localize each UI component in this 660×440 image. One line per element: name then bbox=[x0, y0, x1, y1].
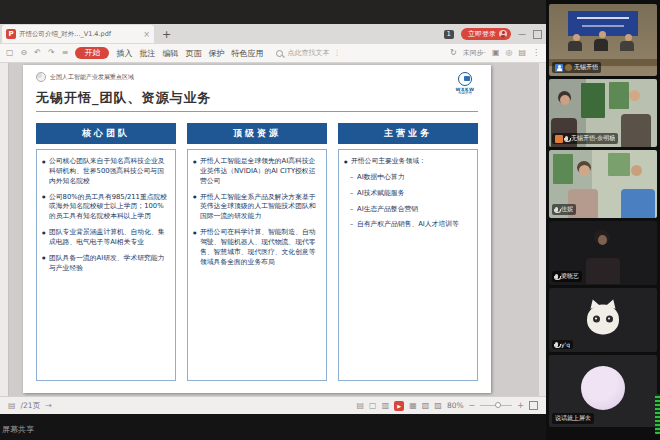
document-tab[interactable]: P 开悟公司介绍_对外..._V1.4.pdf × bbox=[2, 25, 154, 43]
login-button-label: 立即登录 bbox=[468, 31, 496, 38]
participant-icon bbox=[555, 64, 563, 72]
company-logo-subtext: 无锡开悟 bbox=[452, 92, 478, 96]
company-logo: WXKW 无锡开悟 bbox=[452, 72, 478, 96]
close-tab-icon[interactable]: × bbox=[143, 30, 150, 39]
tab-edit[interactable]: 编辑 bbox=[162, 48, 178, 59]
zoom-slider-knob[interactable] bbox=[495, 402, 501, 408]
participant-name-chip: 无锡开悟 bbox=[552, 62, 601, 73]
participant-name-chip: 说话就上屏去 bbox=[552, 413, 594, 424]
bullet: 公司80%的员工具有985/211重点院校或海外知名院校硕士以上学历；100%的… bbox=[42, 193, 170, 223]
meeting-participants-panel: 无锡开悟 无锡开悟-余明杨 佳妮 梁 bbox=[546, 0, 660, 440]
participant-name-chip: y'q bbox=[552, 340, 573, 349]
tab-special-apps[interactable]: 特色应用 bbox=[231, 48, 263, 59]
view-mode-icon-4[interactable]: ▦ bbox=[409, 402, 417, 410]
search-more-icon[interactable]: ⋮ bbox=[333, 49, 340, 57]
participant-name: 无锡开悟-余明杨 bbox=[571, 134, 615, 143]
sub-bullet: AI数据中心算力 bbox=[344, 173, 472, 183]
settings-icon[interactable]: ◎ bbox=[505, 49, 512, 57]
org-badge-icon bbox=[555, 135, 563, 143]
sub-bullet: AI生态产品整合营销 bbox=[344, 205, 472, 215]
slide-page: 全国人工智能产业发展重点区域 无锡开悟_团队、资源与业务 WXKW 无锡开悟 核… bbox=[23, 65, 491, 393]
more-icon[interactable]: ⋮ bbox=[532, 49, 540, 57]
avatar-icon bbox=[499, 30, 507, 38]
audio-level-meter bbox=[655, 394, 660, 434]
bullet: 开悟人工智能是全球领先的AI高科技企业英伟达（NVIDIA）的AI CITY授权… bbox=[193, 157, 321, 187]
view-mode-icon-5[interactable]: ▧ bbox=[422, 402, 430, 410]
next-page-icon[interactable]: → bbox=[45, 402, 52, 410]
screen-share-label[interactable]: 屏幕共享 bbox=[2, 424, 34, 435]
sync-icon[interactable]: ↻ bbox=[450, 49, 457, 57]
view-mode-icon-3[interactable]: ▥ bbox=[382, 402, 390, 410]
tab-protect[interactable]: 保护 bbox=[208, 48, 224, 59]
column-header: 顶级资源 bbox=[187, 123, 327, 144]
bullet: 公司核心团队来自于知名高科技企业及科研机构、世界500强高科技公司与国内外知名院… bbox=[42, 157, 170, 187]
participant-tile[interactable]: 梁晓艺 bbox=[549, 221, 657, 285]
participant-tile[interactable]: 说话就上屏去 bbox=[549, 355, 657, 427]
participant-name-chip: 梁晓艺 bbox=[552, 271, 582, 282]
login-button[interactable]: 立即登录 bbox=[461, 28, 511, 40]
sync-status: 未同步· bbox=[463, 48, 486, 58]
column-header: 主营业务 bbox=[338, 123, 478, 144]
undo-icon[interactable]: ↶ bbox=[34, 49, 41, 57]
search-placeholder: 点此查找文本 bbox=[287, 48, 329, 58]
page-indicator[interactable]: /21页 bbox=[21, 401, 41, 411]
file-icon[interactable]: ▢ bbox=[6, 49, 14, 57]
document-viewport[interactable]: 全国人工智能产业发展重点区域 无锡开悟_团队、资源与业务 WXKW 无锡开悟 核… bbox=[0, 63, 546, 396]
bullet: 开悟公司在科学计算、智能制造、自动驾驶、智能机器人、现代物流、现代零售、智慧城市… bbox=[193, 228, 321, 267]
menu-icon[interactable]: ≡ bbox=[62, 49, 69, 57]
zoom-out-icon[interactable]: − bbox=[469, 402, 476, 410]
tab-start[interactable]: 开始 bbox=[75, 47, 109, 59]
view-mode-icon-6[interactable]: ▨ bbox=[434, 402, 442, 410]
tab-comment[interactable]: 批注 bbox=[139, 48, 155, 59]
bullet: 开悟公司主要业务领域： bbox=[344, 157, 472, 167]
window-count-badge[interactable]: 1 bbox=[444, 30, 454, 39]
slide-eyebrow-text: 全国人工智能产业发展重点区域 bbox=[50, 73, 134, 82]
desktop-top-strip bbox=[0, 0, 546, 24]
participant-name-chip: 无锡开悟-余明杨 bbox=[552, 133, 618, 144]
microphone-icon bbox=[555, 274, 558, 279]
tab-page[interactable]: 页面 bbox=[185, 48, 201, 59]
zoom-in-icon[interactable]: + bbox=[517, 402, 524, 410]
participant-name: 说话就上屏去 bbox=[555, 414, 591, 423]
participant-name: 梁晓艺 bbox=[561, 272, 579, 281]
sub-bullet: AI技术赋能服务 bbox=[344, 189, 472, 199]
column-main-business: 主营业务 开悟公司主要业务领域： AI数据中心算力 AI技术赋能服务 AI生态产… bbox=[338, 123, 478, 381]
find-text-search[interactable]: 点此查找文本 ⋮ bbox=[276, 48, 340, 58]
document-tab-title: 开悟公司介绍_对外..._V1.4.pdf bbox=[19, 30, 140, 39]
right-rail bbox=[539, 63, 546, 396]
participant-name: y'q bbox=[561, 341, 570, 348]
tab-insert[interactable]: 插入 bbox=[116, 48, 132, 59]
participant-name: 无锡开悟 bbox=[574, 63, 598, 72]
fit-page-icon[interactable] bbox=[529, 401, 538, 410]
zoom-level[interactable]: 80% bbox=[447, 401, 464, 410]
wps-status-bar: ▤ /21页 → ▤ ▢ ▥ ▶ ▦ ▧ ▨ 80% − + bbox=[0, 396, 546, 414]
microphone-icon bbox=[565, 136, 568, 141]
view-mode-icon-1[interactable]: ▤ bbox=[357, 402, 365, 410]
participant-tile-meeting-room[interactable]: 无锡开悟 bbox=[549, 4, 657, 76]
sub-bullet: 自有产权产品销售、AI人才培训等 bbox=[344, 220, 472, 230]
new-tab-button[interactable]: + bbox=[162, 28, 171, 41]
share-icon[interactable]: ▣ bbox=[492, 49, 500, 57]
search-icon bbox=[276, 50, 283, 57]
column-core-team: 核心团队 公司核心团队来自于知名高科技企业及科研机构、世界500强高科技公司与国… bbox=[36, 123, 176, 381]
participant-tile[interactable]: y'q bbox=[549, 288, 657, 352]
restore-button[interactable] bbox=[533, 30, 542, 39]
redo-icon[interactable]: ↷ bbox=[48, 49, 55, 57]
microphone-icon bbox=[555, 342, 558, 347]
zoom-slider[interactable] bbox=[480, 405, 512, 406]
print-icon[interactable]: ⊖ bbox=[21, 49, 28, 57]
slide-title: 无锡开悟_团队、资源与业务 bbox=[36, 89, 212, 107]
comment-panel-icon[interactable]: ▤ bbox=[518, 49, 526, 57]
bullet: 开悟人工智能全系产品及解决方案基于英伟达全球顶级的人工智能技术团队和国际一流的研… bbox=[193, 193, 321, 223]
column-top-resources: 顶级资源 开悟人工智能是全球领先的AI高科技企业英伟达（NVIDIA）的AI C… bbox=[187, 123, 327, 381]
view-mode-icon-2[interactable]: ▢ bbox=[369, 402, 377, 410]
title-divider bbox=[36, 111, 478, 112]
left-rail bbox=[0, 63, 9, 396]
participant-tile[interactable]: 无锡开悟-余明杨 bbox=[549, 79, 657, 147]
microphone-icon bbox=[555, 207, 558, 212]
column-header: 核心团队 bbox=[36, 123, 176, 144]
play-slideshow-button[interactable]: ▶ bbox=[394, 401, 404, 411]
bullet: 团队具备一流的AI研发、学术研究能力与产业经验 bbox=[42, 254, 170, 274]
minimize-button[interactable]: — bbox=[518, 30, 526, 39]
participant-tile[interactable]: 佳妮 bbox=[549, 150, 657, 218]
